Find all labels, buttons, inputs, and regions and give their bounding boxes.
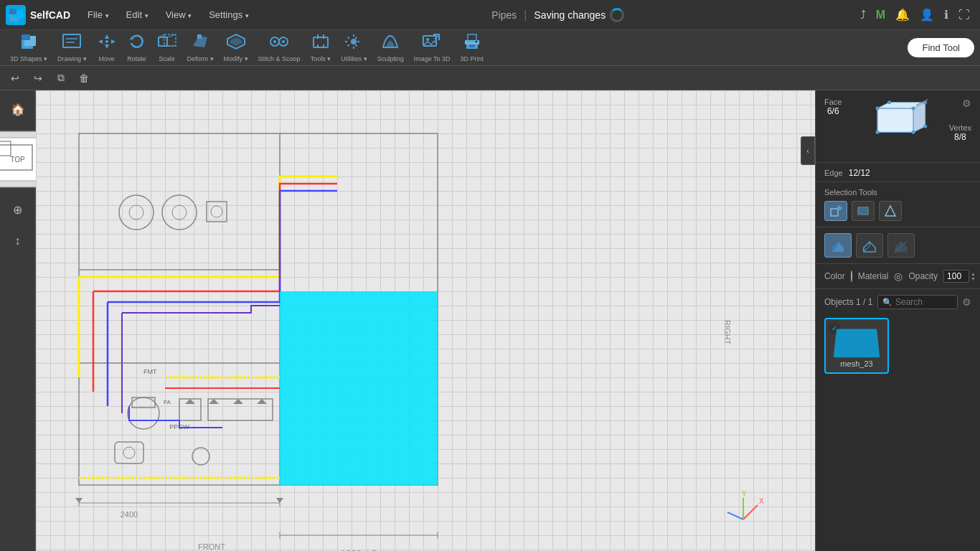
svg-rect-110 — [858, 207, 868, 215]
svg-marker-109 — [837, 205, 842, 211]
search-icon: 🔍 — [882, 298, 892, 307]
opacity-stepper[interactable]: ▲ ▼ — [971, 271, 976, 281]
svg-point-103 — [876, 131, 880, 134]
search-box: 🔍 — [877, 295, 958, 309]
select-face-tool[interactable] — [852, 201, 875, 221]
tool-drawing[interactable]: Drawing ▾ — [53, 30, 91, 65]
panel-toggle[interactable]: ‹ — [801, 136, 815, 165]
search-input[interactable] — [895, 297, 953, 307]
minimap-label: TOP — [10, 156, 24, 164]
svg-marker-9 — [105, 34, 109, 39]
svg-marker-10 — [105, 44, 109, 49]
opacity-down[interactable]: ▼ — [971, 276, 976, 281]
geo-wireframe-mode[interactable] — [856, 233, 883, 258]
svg-point-100 — [876, 107, 880, 110]
floor-plan-svg: PPGW FA FMT — [36, 90, 815, 551]
svg-rect-55 — [132, 397, 155, 408]
menu-edit[interactable]: Edit ▾ — [119, 6, 156, 23]
saving-spinner — [610, 8, 624, 22]
notifications-icon[interactable]: 🔔 — [895, 8, 910, 22]
fullscreen-icon[interactable]: ⛶ — [958, 9, 970, 22]
object-thumbnail — [834, 329, 880, 357]
tool-deform[interactable]: Deform ▾ — [183, 30, 218, 65]
svg-marker-61 — [185, 399, 195, 404]
object-item-mesh23[interactable]: ✓ mesh_23 — [824, 318, 889, 374]
geo-solid-mode[interactable] — [824, 233, 852, 258]
svg-rect-15 — [159, 37, 167, 46]
color-swatch[interactable] — [851, 270, 852, 282]
share-icon[interactable]: ⤴ — [860, 9, 866, 22]
svg-marker-111 — [885, 206, 895, 216]
tool-3d-shapes[interactable]: 3D Shapes ▾ — [6, 30, 52, 65]
svg-text:1800pk2: 1800pk2 — [341, 548, 377, 551]
svg-rect-75 — [280, 291, 438, 485]
zoom-button[interactable]: ↕ — [5, 228, 31, 254]
svg-point-58 — [192, 448, 209, 465]
redo-button[interactable]: ↪ — [29, 69, 47, 88]
tool-move[interactable]: Move — [93, 30, 121, 65]
undo-button[interactable]: ↩ — [6, 69, 24, 88]
logo[interactable]: SelfCAD — [6, 5, 70, 25]
svg-text:RIGHT: RIGHT — [723, 320, 732, 345]
menu-file[interactable]: File ▾ — [80, 6, 116, 23]
svg-rect-52 — [207, 202, 227, 222]
geometry-modes — [816, 227, 980, 264]
select-box-tool[interactable] — [824, 201, 847, 221]
tool-modify[interactable]: Modify ▾ — [220, 30, 253, 65]
opacity-value[interactable]: 100 — [943, 270, 969, 283]
svg-point-34 — [426, 38, 429, 41]
tool-utilities[interactable]: Utilities ▾ — [336, 30, 372, 65]
svg-point-48 — [119, 195, 154, 230]
home-button[interactable]: 🏠 — [5, 96, 31, 122]
svg-point-13 — [105, 40, 108, 43]
main-toolbar: 3D Shapes ▾ Drawing ▾ Move — [0, 30, 980, 66]
project-name: Pipes — [491, 9, 517, 21]
menu-view[interactable]: View ▾ — [159, 6, 199, 23]
tool-rotate[interactable]: Rotate — [123, 30, 151, 65]
svg-rect-27 — [314, 37, 328, 47]
menubar: SelfCAD File ▾ Edit ▾ View ▾ Settings ▾ … — [0, 0, 980, 30]
select-edge-tool[interactable] — [879, 201, 902, 221]
tool-image-to-3d[interactable]: Image To 3D — [410, 30, 455, 65]
duplicate-button[interactable]: ⧉ — [52, 69, 70, 88]
opacity-up[interactable]: ▲ — [971, 271, 976, 276]
svg-point-51 — [172, 205, 187, 220]
app-logo — [6, 5, 26, 25]
vertex-stat: Vertex 8/8 — [949, 123, 971, 142]
svg-point-32 — [351, 39, 357, 44]
svg-marker-86 — [75, 498, 83, 503]
tool-scale[interactable]: Scale — [153, 30, 182, 65]
opacity-field: 100 ▲ ▼ — [943, 270, 976, 283]
material-icon[interactable]: ◎ — [894, 270, 903, 282]
viewport[interactable]: PPGW FA FMT — [36, 90, 815, 551]
tool-tools[interactable]: Tools ▾ — [306, 30, 336, 65]
svg-rect-108 — [831, 209, 838, 216]
color-label: Color — [824, 271, 845, 281]
material-label: Material — [858, 271, 889, 281]
object-name: mesh_23 — [840, 359, 872, 368]
svg-marker-63 — [233, 399, 243, 404]
color-material-row: Color Material ◎ Opacity 100 ▲ ▼ — [816, 264, 980, 289]
svg-marker-12 — [111, 39, 116, 44]
delete-button[interactable]: 🗑 — [75, 69, 93, 88]
info-icon[interactable]: ℹ — [944, 8, 948, 22]
edge-stat-row: Edge 12/12 — [816, 163, 980, 182]
user-icon[interactable]: 👤 — [920, 8, 934, 22]
find-tool-button[interactable]: Find Tool — [908, 38, 974, 57]
objects-count-label: Objects 1 / 1 — [824, 297, 872, 307]
objects-settings-icon[interactable]: ⚙ — [962, 296, 971, 308]
svg-point-26 — [282, 40, 285, 43]
geo-x-ray-mode[interactable] — [887, 233, 915, 258]
tool-stitch[interactable]: Stitch & Scoop — [254, 30, 305, 65]
svg-point-106 — [923, 125, 927, 128]
m-icon[interactable]: M — [876, 9, 885, 22]
orbit-button[interactable]: ⊕ — [5, 197, 31, 222]
settings-gear[interactable]: ⚙ — [962, 98, 971, 109]
tool-sculpting[interactable]: Sculpting — [373, 30, 408, 65]
svg-point-50 — [129, 205, 143, 220]
menu-settings[interactable]: Settings ▾ — [202, 6, 256, 23]
svg-text:X: X — [759, 497, 764, 505]
left-panel: 🏠 TOP ⊕ ↕ — [0, 90, 36, 551]
tool-3d-print[interactable]: 3D Print — [456, 30, 489, 65]
svg-text:2400: 2400 — [121, 510, 138, 519]
